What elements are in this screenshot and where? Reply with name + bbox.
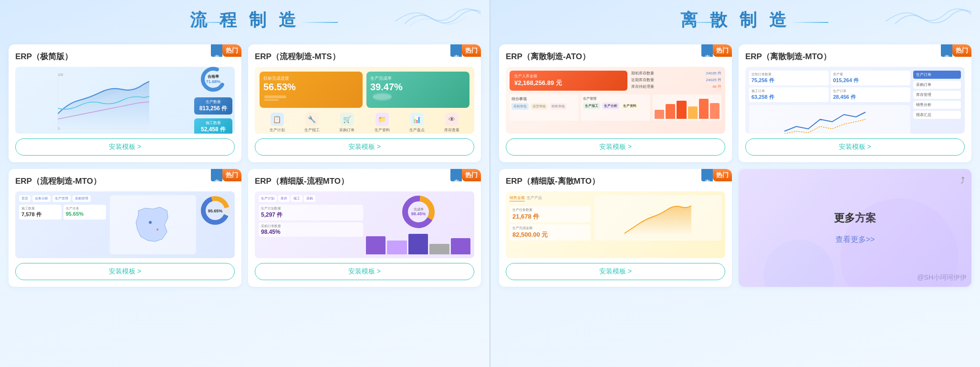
jxls-install-btn[interactable]: 安装模板 > [506,263,725,280]
jxls-stat1-label: 生产任务数量 [512,208,588,212]
dmto-badge-guan: 官方 [941,44,952,57]
weibo-watermark: @SH小珂珂伊伊 [917,273,967,282]
jxlc-bar1 [366,236,386,254]
ato-install-btn[interactable]: 安装模板 > [506,138,725,156]
dmto-right-items: 生产订单 采购订单 库存管理 销售分析 报表汇总 [913,71,961,119]
jxls-stat1: 生产任务数量 21,678 件 [510,206,591,222]
ato-stats-list: 期初库存数量 24035 件 近期库存数量 24025 件 库存待处理量 48 … [631,71,721,91]
left-cards-grid: ERP（极简版） 官方 热门 [9,44,481,287]
card-dmto-title: ERP（离散制造-MTO） [745,51,965,62]
lcmto-badge-hot: 热门 [222,169,241,181]
lcmto-nav-home: 首页 [19,195,31,202]
card-more-solutions: ⤴ 更多方案 查看更多>> @SH小珂珂伊伊 [739,169,971,287]
ato-top-row: 生产入库金额 ¥2,168,256.89 元 期初库存数量 24035 件 近期… [510,71,721,91]
jxlc-bar5 [451,238,470,254]
ato-bar3 [677,101,686,119]
dmto-ritem3: 库存管理 [913,91,961,99]
ato-prod-icon2: 生产分析 [602,103,619,109]
lcmto-stat2: 生产任务 95.65% [63,205,106,220]
right-title-decoration [886,5,971,29]
jxlc-bar-chart [366,231,470,254]
mts-target-stat: 目标完成进度 56.53% [260,72,363,108]
jianjian-install-btn[interactable]: 安装模板 > [15,138,235,156]
jxls-area-chart [597,200,719,238]
ato-production-title: 生产管理 [583,96,648,101]
lcmto-badges: 官方 热门 [211,169,241,181]
mts-badge-hot: 热门 [462,44,481,57]
card-lcmto-title: ERP（流程制造-MTO） [15,176,235,187]
dmto-stat1-label: 定制订单数量 [751,72,826,77]
card-jxls-title: ERP（精细版-离散MTO） [506,176,725,187]
dmto-right-panel: 生产订单 采购订单 库存管理 销售分析 报表汇总 [913,71,961,130]
ato-badges: 官方 热门 [701,44,732,57]
jxls-stats: 销售金额 生产产品 生产任务数量 21,678 件 生产完成金额 82,500.… [510,195,591,241]
ato-stat1-value: 24035 件 [706,71,721,76]
lcmto-stat2-label: 生产任务 [66,206,104,211]
lcmto-stats-grid: 施工数量 7,578 件 生产任务 95.65% [19,205,106,220]
mts-icon-sczl-label: 生产资料 [375,127,390,133]
jianjian-badges: 官方 热门 [211,44,241,57]
ato-production-icons: 生产报工 生产分析 生产资料 [583,103,648,109]
ato-stat1: 期初库存数量 24035 件 [631,71,721,76]
dmto-stat1: 定制订单数量 75,256 件 [749,71,829,85]
jxls-badge-guan: 官方 [701,169,713,181]
card-erp-discrete-mto: ERP（离散制造-MTO） 官方 热门 定制订单数量 75,256 件 [739,44,971,162]
lcmto-stat1: 施工数量 7,578 件 [19,205,62,220]
jxls-badges: 官方 热门 [701,169,732,181]
ato-production-section: 生产管理 生产报工 生产分析 生产资料 [581,94,650,121]
card-erp-lc-mto: ERP（流程制造-MTO） 官方 热门 首页 业务分析 生产管理 采购管理 [9,169,241,287]
jxlc-nav: 生产计划 库存 报工 采购 [259,195,363,202]
svg-point-11 [373,93,392,99]
right-section-header: 离 散 制 造 [499,5,971,39]
jianjian-line-chart: 100 0 [19,71,188,130]
card-erp-ato: ERP（离散制造-ATO） 官方 热门 生产入库金额 ¥2,168,256.89… [499,44,732,162]
mts-icon-scbg-label: 生产报工 [304,127,320,133]
ato-revenue-box: 生产入库金额 ¥2,168,256.89 元 [510,71,627,91]
svg-point-12 [149,221,152,224]
jianjian-donut-svg: 合格率 71.68% [199,67,228,94]
mts-badge-guan: 官方 [450,44,462,57]
lcmto-donut-chart: 95.65% [200,195,231,226]
lcmto-nav-bar: 首页 业务分析 生产管理 采购管理 [19,195,106,202]
mts-install-btn[interactable]: 安装模板 > [255,138,474,156]
left-section-header: 流 程 制 造 [9,5,481,39]
jianjian-stat2-label: 施工数量 [198,120,229,126]
mts-icon-kccx-box: 👁 [445,113,459,126]
ato-charts-row: 待办事项 采购审批 进货审核 销售审核 生产管理 生产报工 生产分析 [510,94,721,121]
jxlc-bar3 [408,234,428,254]
ato-bar6 [710,103,719,119]
ato-icon2: 进货审核 [531,103,548,110]
jxlc-donut-svg: 完成率 98.45% [402,195,435,229]
jxlc-donut-area: 完成率 98.45% [366,195,470,229]
jxlc-preview: 生产计划 库存 报工 采购 生产计划数量 5,297 件 采购订单数量 [255,191,474,258]
mts-icon-scbg-box: 🔧 [305,113,319,126]
mts-stats-row: 目标完成进度 56.53% 生产完成率 39.47% [260,72,469,108]
card-jianjian-title: ERP（极简版） [15,51,235,62]
lcmto-install-btn[interactable]: 安装模板 > [15,263,235,280]
jxls-preview: 销售金额 生产产品 生产任务数量 21,678 件 生产完成金额 82,500.… [506,191,725,258]
card-erp-mts: ERP（流程制造-MTS） 官方 热门 目标完成进度 56.53% [248,44,481,162]
jxlc-stat1-value: 5,297 件 [261,211,361,219]
mts-target-label: 目标完成进度 [263,75,359,82]
lcmto-badge-guan: 官方 [211,169,222,181]
jxls-tab1: 销售金额 [510,195,525,201]
dmto-ritem5: 报表汇总 [913,111,961,119]
jxls-stat1-value: 21,678 件 [512,212,588,221]
jxlc-install-btn[interactable]: 安装模板 > [255,263,474,280]
dmto-preview: 定制订单数量 75,256 件 库产量 015,264 件 施工订单 63,25… [745,67,965,134]
dmto-install-btn[interactable]: 安装模板 > [745,138,965,156]
jianjian-stat1-label: 生产数量 [198,99,229,105]
ato-stat3-value: 48 件 [712,84,721,89]
jxlc-stat1: 生产计划数量 5,297 件 [259,205,363,220]
mts-icon-scpd: 📊 生产盘点 [409,113,425,133]
lcmto-stat1-label: 施工数量 [21,206,59,211]
ato-stat3: 库存待处理量 48 件 [631,84,721,89]
jxlc-stat2: 采购订单数量 98.45% [259,222,363,237]
mts-icon-sczl-box: 📁 [375,113,389,126]
ato-badge-guan: 官方 [701,44,713,57]
svg-text:98.45%: 98.45% [411,211,426,216]
lcmto-stat2-value: 95.65% [66,211,104,217]
dmto-line-chart [751,105,908,134]
ato-manage-title: 待办事项 [511,96,576,102]
lcmto-nav-purch: 采购管理 [73,195,91,202]
